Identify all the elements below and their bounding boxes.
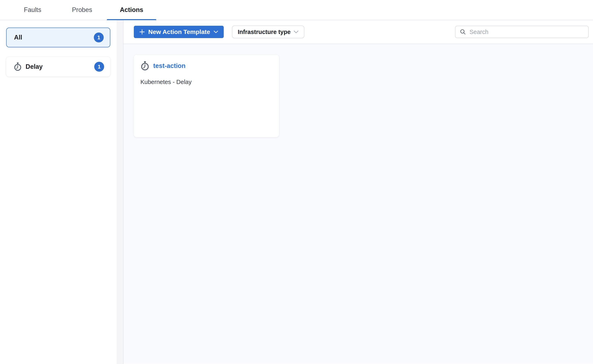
plus-icon xyxy=(139,29,145,35)
tab-actions[interactable]: Actions xyxy=(107,0,156,20)
sidebar-item-all[interactable]: All 1 xyxy=(6,28,110,47)
action-card-title-link[interactable]: test-action xyxy=(153,62,186,70)
new-action-template-label: New Action Template xyxy=(148,28,210,35)
count-badge: 1 xyxy=(94,62,104,72)
new-action-template-button[interactable]: New Action Template xyxy=(134,26,224,38)
sidebar-item-label: All xyxy=(14,34,22,41)
action-template-card: test-action Kubernetes - Delay xyxy=(134,55,279,137)
stopwatch-icon xyxy=(13,62,22,71)
tab-probes[interactable]: Probes xyxy=(57,0,107,20)
main-panel: New Action Template Infrastructure type xyxy=(123,20,593,364)
tab-faults-label: Faults xyxy=(24,6,41,13)
action-templates-grid: test-action Kubernetes - Delay xyxy=(123,44,593,364)
search-input[interactable] xyxy=(470,29,584,35)
chevron-down-icon xyxy=(213,31,218,33)
infrastructure-type-value: Infrastructure type xyxy=(238,29,290,35)
sidebar-scrollbar[interactable] xyxy=(117,20,123,364)
infrastructure-type-select[interactable]: Infrastructure type xyxy=(232,26,304,38)
actions-toolbar: New Action Template Infrastructure type xyxy=(123,20,593,44)
card-header: test-action xyxy=(140,61,272,71)
filter-sidebar: All 1 Delay 1 xyxy=(0,20,117,364)
stopwatch-icon xyxy=(140,61,149,71)
sidebar-item-delay[interactable]: Delay 1 xyxy=(6,57,110,77)
sidebar-item-label: Delay xyxy=(26,63,43,70)
search-box xyxy=(455,26,589,38)
tab-actions-label: Actions xyxy=(120,6,143,13)
search-icon xyxy=(460,29,466,35)
tab-faults[interactable]: Faults xyxy=(8,0,57,20)
tabs: Faults Probes Actions xyxy=(8,0,156,20)
chevron-down-icon xyxy=(293,30,299,33)
count-badge: 1 xyxy=(94,32,104,42)
tab-bar: Faults Probes Actions xyxy=(0,0,593,20)
action-card-subtitle: Kubernetes - Delay xyxy=(140,79,272,85)
tab-probes-label: Probes xyxy=(72,6,92,13)
